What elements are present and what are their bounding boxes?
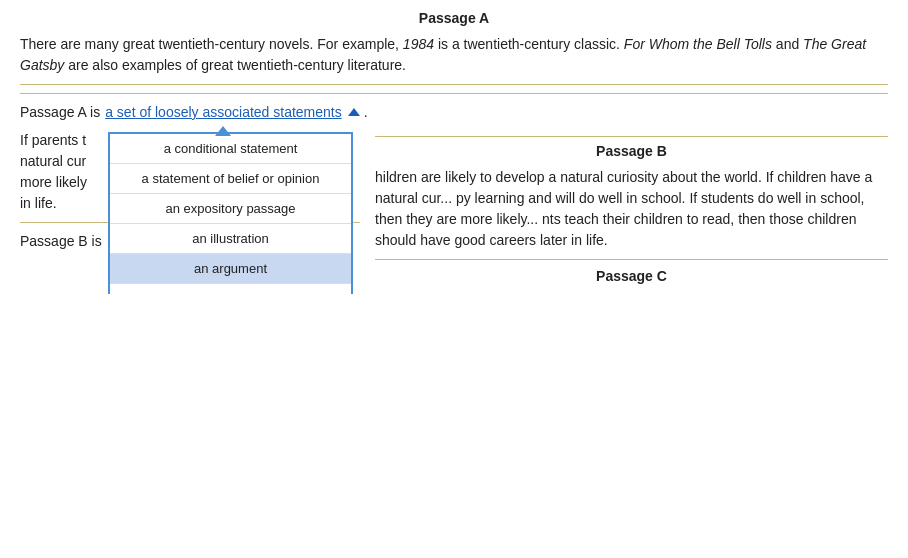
question-a-period: .	[364, 104, 368, 120]
dropdown-menu: a conditional statement a statement of b…	[108, 132, 353, 294]
passage-a-text: There are many great twentieth-century n…	[20, 34, 888, 76]
question-a-label: Passage A is	[20, 104, 100, 120]
passage-a-text-end: are also examples of great twentieth-cen…	[64, 57, 406, 73]
passage-b-left-part3: more likely	[20, 174, 87, 190]
right-col: Passage B hildren are likely to develop …	[360, 130, 888, 284]
passage-a-text-and: and	[772, 36, 803, 52]
dropdown-item-argument[interactable]: an argument	[110, 254, 351, 284]
passage-c-title: Passage C	[375, 268, 888, 284]
passage-a-text-part1: There are many great twentieth-century n…	[20, 36, 403, 52]
dropdown-item-explanation[interactable]: an explanation	[110, 284, 351, 294]
passage-b-title: Passage B	[375, 143, 888, 159]
divider-right-bottom	[375, 259, 888, 260]
passage-b-left-part1: If parents t	[20, 132, 86, 148]
question-a-row: Passage A is a set of loosely associated…	[20, 104, 888, 120]
question-b-label: Passage B is	[20, 233, 102, 249]
passage-a-text-part2: is a twentieth-century classic.	[434, 36, 624, 52]
passage-a-title: Passage A	[20, 10, 888, 26]
dropdown-item-illustration[interactable]: an illustration	[110, 224, 351, 254]
divider-right-top	[375, 136, 888, 137]
dropdown-item-expository[interactable]: an expository passage	[110, 194, 351, 224]
passage-b-left-part2: natural cur	[20, 153, 86, 169]
page: Passage A There are many great twentieth…	[0, 0, 908, 294]
dropdown-item-conditional[interactable]: a conditional statement	[110, 134, 351, 164]
divider-1	[20, 84, 888, 85]
divider-2	[20, 93, 888, 94]
question-a-selected[interactable]: a set of loosely associated statements	[105, 104, 342, 120]
dropdown-arrow-icon[interactable]	[348, 108, 360, 116]
dropdown-item-belief[interactable]: a statement of belief or opinion	[110, 164, 351, 194]
passage-a-italic2: For Whom the Bell Tolls	[624, 36, 772, 52]
passage-a-italic1: 1984	[403, 36, 434, 52]
passage-b-left-part4: in life.	[20, 195, 57, 211]
dropdown-pointer	[215, 126, 231, 136]
passage-b-right-text: hildren are likely to develop a natural …	[375, 167, 888, 251]
